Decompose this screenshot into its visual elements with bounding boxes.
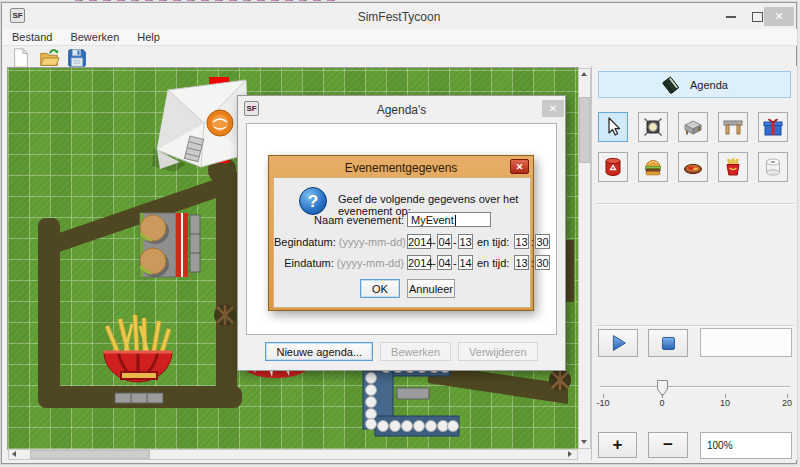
delete-agenda-button[interactable]: Verwijderen	[458, 342, 537, 361]
time-separator: :	[531, 257, 534, 269]
date-separator: -	[432, 257, 436, 269]
agenda-button[interactable]: Agenda	[598, 71, 791, 98]
start-day-field[interactable]: 13	[458, 234, 473, 249]
gift-icon	[762, 116, 784, 138]
tool-spotlight-button[interactable]	[638, 112, 668, 142]
end-minute-field[interactable]: 30	[535, 255, 550, 270]
svg-text:?: ?	[308, 192, 318, 211]
minimize-button[interactable]	[718, 8, 744, 26]
scroll-left-icon[interactable]	[12, 451, 16, 457]
start-month-field[interactable]: 04	[437, 234, 452, 249]
stage-icon	[682, 116, 704, 138]
start-hour-field[interactable]: 13	[514, 234, 529, 249]
bench[interactable]	[115, 393, 163, 403]
map-horizontal-scrollbar[interactable]	[8, 449, 578, 460]
tool-toilet-paper-button[interactable]	[758, 152, 788, 182]
agendas-dialog-titlebar[interactable]: SF Agenda's ✕	[238, 96, 565, 122]
event-dialog-close-button[interactable]: ✕	[510, 159, 529, 174]
stop-button[interactable]	[648, 329, 688, 357]
end-day-field[interactable]: 14	[458, 255, 473, 270]
agendas-dialog-title: Agenda's	[238, 103, 565, 117]
zoom-in-button[interactable]: +	[598, 432, 637, 458]
tool-gate-button[interactable]	[718, 112, 748, 142]
dead-tree[interactable]	[549, 369, 571, 391]
tool-hamburger-button[interactable]	[638, 152, 668, 182]
panel-separator	[596, 325, 794, 327]
tool-gift-button[interactable]	[758, 112, 788, 142]
end-hour-field[interactable]: 13	[514, 255, 529, 270]
date-separator: -	[453, 236, 457, 248]
tool-trash-bin-button[interactable]	[598, 152, 628, 182]
slider-label-max: 20	[782, 398, 792, 408]
event-name-input[interactable]: MyEvent	[407, 212, 491, 227]
screen: SF SimFestTycoon ✕ Bestand Bewerken Help	[0, 0, 800, 467]
tool-stage-button[interactable]	[678, 112, 708, 142]
edit-agenda-button[interactable]: Bewerken	[380, 342, 451, 361]
horizontal-scroll-thumb[interactable]	[30, 450, 150, 459]
trash-bin-icon	[602, 156, 624, 178]
start-date-label: Begindatum:(yyyy-mm-dd)	[274, 236, 404, 248]
time-separator: :	[531, 236, 534, 248]
start-minute-field[interactable]: 30	[535, 234, 550, 249]
menu-bewerken[interactable]: Bewerken	[61, 31, 128, 43]
play-button[interactable]	[598, 329, 638, 357]
menu-bar: Bestand Bewerken Help	[3, 29, 797, 46]
end-date-label: Eindatum:(yyyy-mm-dd)	[274, 257, 404, 269]
tool-panel: Agenda -10 0 10	[593, 66, 797, 460]
zoom-out-button[interactable]: −	[648, 432, 688, 458]
close-icon: ✕	[549, 103, 557, 114]
speed-slider-track[interactable]	[600, 386, 790, 388]
question-icon: ?	[298, 186, 328, 216]
scrollbar-corner	[578, 449, 591, 460]
panel-separator	[596, 203, 794, 205]
end-month-field[interactable]: 04	[437, 255, 452, 270]
gate-icon	[722, 116, 744, 138]
scroll-up-icon[interactable]	[581, 72, 587, 76]
menu-help[interactable]: Help	[128, 31, 169, 43]
tool-cursor-button[interactable]	[598, 112, 628, 142]
scroll-right-icon[interactable]	[568, 451, 572, 457]
scroll-down-icon[interactable]	[581, 440, 587, 444]
bench[interactable]	[397, 388, 429, 399]
title-bar[interactable]: SF SimFestTycoon ✕	[2, 3, 796, 29]
maximize-icon	[752, 12, 763, 22]
spotlight-icon	[642, 116, 664, 138]
vertical-scroll-thumb[interactable]	[579, 97, 590, 163]
menu-bestand[interactable]: Bestand	[3, 31, 61, 43]
ok-button[interactable]: OK	[360, 279, 400, 298]
close-button[interactable]: ✕	[764, 7, 794, 26]
name-label: Naam evenement:	[274, 214, 404, 226]
tool-snack-dish-button[interactable]	[678, 152, 708, 182]
agenda-dialog-buttons: Nieuwe agenda... Bewerken Verwijderen	[238, 342, 565, 361]
bench[interactable]	[190, 215, 200, 272]
window-title: SimFestTycoon	[2, 10, 796, 24]
snack-dish-icon	[682, 156, 704, 178]
dead-tree[interactable]	[214, 304, 236, 326]
cursor-icon	[602, 116, 624, 138]
map-vertical-scrollbar[interactable]	[578, 68, 591, 449]
text-caret	[455, 215, 456, 226]
agenda-book-icon	[661, 75, 681, 95]
end-year-field[interactable]: 2014	[407, 255, 431, 270]
date-separator: -	[453, 257, 457, 269]
agendas-dialog-close-button[interactable]: ✕	[542, 100, 564, 117]
hamburger-icon	[642, 156, 664, 178]
cancel-button[interactable]: Annuleer	[407, 279, 455, 298]
toilet-paper-icon	[762, 156, 784, 178]
tool-fries-button[interactable]	[718, 152, 748, 182]
hamburger-stand[interactable]	[140, 213, 188, 277]
start-time-label: en tijd:	[477, 236, 509, 248]
fries-stand[interactable]	[104, 315, 172, 382]
open-file-icon[interactable]	[38, 47, 60, 69]
slider-label-zero: 0	[659, 398, 664, 408]
start-year-field[interactable]: 2014	[407, 234, 431, 249]
new-document-icon[interactable]	[10, 47, 32, 69]
zoom-level-field[interactable]: 100%	[700, 432, 792, 459]
fries-icon	[722, 156, 744, 178]
tent[interactable]	[152, 80, 248, 172]
event-name-value: MyEvent	[411, 214, 454, 226]
play-icon	[606, 331, 630, 355]
save-file-icon[interactable]	[66, 47, 88, 69]
minimize-icon	[726, 16, 736, 18]
new-agenda-button[interactable]: Nieuwe agenda...	[265, 342, 373, 361]
